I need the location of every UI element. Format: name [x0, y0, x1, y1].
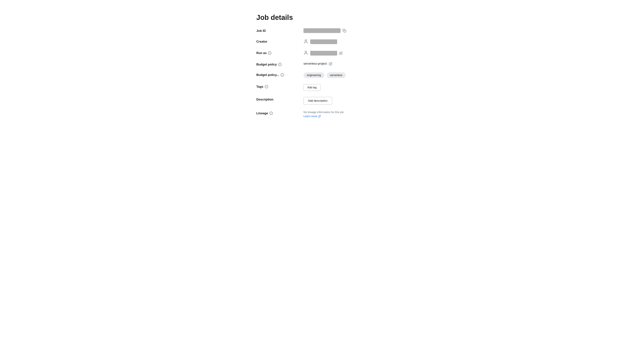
job-id-value-col	[304, 28, 388, 33]
run-as-user-icon	[304, 50, 308, 56]
description-value-col: Add description	[304, 97, 388, 105]
creator-label: Creator	[256, 40, 267, 43]
lineage-no-info-text: No lineage information for this job.	[304, 111, 344, 114]
budget-policy-value: serverless-project	[304, 62, 327, 65]
page-title: Job details	[256, 13, 388, 21]
external-link-icon	[318, 115, 321, 118]
creator-label-col: Creator	[256, 39, 300, 43]
creator-row: Creator	[256, 39, 388, 44]
svg-rect-0	[344, 30, 346, 32]
tag-pill-engineering: engineering	[304, 72, 324, 78]
learn-more-link[interactable]: Learn more	[304, 115, 344, 118]
job-id-row: Job ID	[256, 28, 388, 33]
run-as-label: Run as	[256, 51, 266, 55]
lineage-info-icon[interactable]: i	[270, 112, 273, 115]
copy-icon[interactable]	[342, 29, 346, 32]
tags-info-icon[interactable]: i	[265, 85, 268, 88]
run-as-edit-icon[interactable]	[339, 51, 342, 55]
description-row: Description Add description	[256, 97, 388, 105]
run-as-value-col	[304, 50, 388, 56]
learn-more-label: Learn more	[304, 115, 317, 118]
lineage-label-col: Lineage i	[256, 111, 300, 115]
job-id-redacted	[304, 28, 340, 33]
page-container: Job details Job ID Creator	[246, 7, 398, 131]
job-id-label-col: Job ID	[256, 28, 300, 33]
tags-value-col: Add tag	[304, 84, 388, 91]
tags-label: Tags	[256, 85, 264, 88]
run-as-row: Run as i	[256, 50, 388, 56]
lineage-value-col: No lineage information for this job. Lea…	[304, 111, 388, 118]
budget-policy-row: Budget policy i serverless-project	[256, 62, 388, 66]
run-as-redacted	[310, 51, 337, 55]
creator-value-col	[304, 39, 388, 44]
creator-redacted	[310, 39, 337, 44]
run-as-info-icon[interactable]: i	[268, 51, 271, 55]
tag-pill-serverless: serverless	[327, 72, 346, 78]
add-description-button[interactable]: Add description	[304, 97, 332, 105]
description-label-col: Description	[256, 97, 300, 101]
svg-line-3	[319, 115, 320, 116]
lineage-row: Lineage i No lineage information for thi…	[256, 111, 388, 118]
budget-policy-value-col: serverless-project	[304, 62, 388, 65]
description-label: Description	[256, 98, 273, 101]
budget-policy-tags-info-icon[interactable]: i	[280, 73, 284, 77]
lineage-content: No lineage information for this job. Lea…	[304, 111, 344, 118]
tags-row: Tags i Add tag	[256, 84, 388, 91]
run-as-label-col: Run as i	[256, 50, 300, 55]
budget-policy-tags-label-col: Budget policy... i	[256, 72, 300, 77]
tags-label-col: Tags i	[256, 84, 300, 88]
budget-policy-tags-label: Budget policy...	[256, 73, 279, 77]
budget-policy-info-icon[interactable]: i	[278, 63, 282, 66]
lineage-label: Lineage	[256, 111, 268, 115]
svg-point-1	[305, 40, 306, 41]
svg-point-2	[305, 51, 306, 53]
budget-policy-tags-value-col: engineering serverless	[304, 72, 388, 78]
budget-policy-edit-icon[interactable]	[329, 62, 332, 65]
budget-policy-tags-row: Budget policy... i engineering serverles…	[256, 72, 388, 78]
add-tag-button[interactable]: Add tag	[304, 84, 320, 91]
budget-policy-label-col: Budget policy i	[256, 62, 300, 66]
job-id-label: Job ID	[256, 29, 266, 33]
creator-user-icon	[304, 39, 308, 44]
budget-policy-label: Budget policy	[256, 63, 277, 66]
